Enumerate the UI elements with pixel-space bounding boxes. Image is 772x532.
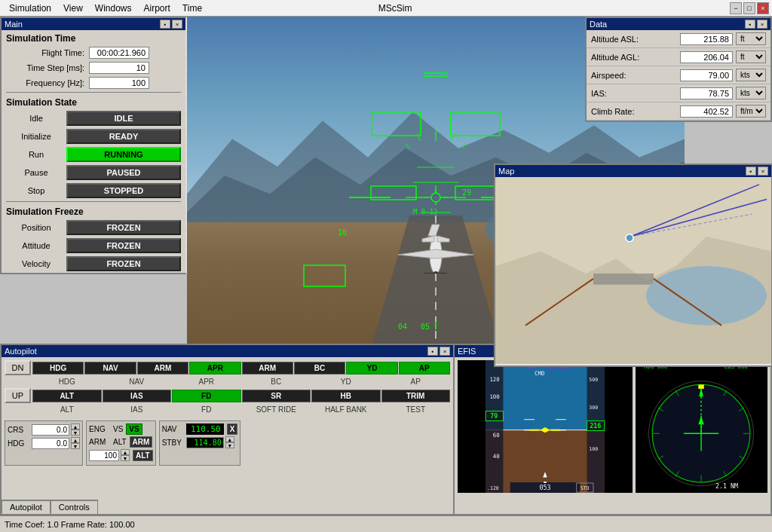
svg-text:216: 216 [590,422,601,430]
frequency-label: Frequency [Hz]: [6,78,89,87]
map-window: Map ▪ × [494,164,772,367]
altitude-agl-unit[interactable]: ftm [736,50,766,63]
svg-text:300: 300 [589,405,598,411]
fd-label: FD [172,405,241,414]
position-freeze-button[interactable]: FROZEN [66,220,181,235]
simulation-freeze-title: Simulation Freeze [2,203,185,219]
hb-top-button[interactable]: HB [311,390,381,402]
bc-top-button[interactable]: BC [294,362,345,375]
map-close[interactable]: × [758,167,768,176]
trim-top-button[interactable]: TRIM [381,390,451,402]
data-panel-close[interactable]: × [757,20,767,29]
altitude-asl-unit[interactable]: ftm [736,32,766,45]
altitude-asl-label: Altitude ASL: [591,35,680,44]
svg-text:STD: STD [581,485,590,491]
climb-rate-unit[interactable]: ft/minm/s [736,105,766,118]
apr-arm-button[interactable]: ARM [137,362,188,375]
svg-text:04: 04 [398,323,407,331]
stby-down-button[interactable]: ▼ [225,442,234,448]
ap-top-button[interactable]: AP [399,362,450,375]
svg-text:79: 79 [490,412,498,420]
data-panel-restore[interactable]: ▪ [745,20,755,29]
controls-tab[interactable]: Controls [51,500,98,514]
autopilot-restore[interactable]: ▪ [427,347,438,356]
airspeed-label: Airspeed: [591,71,680,80]
pfd-display: 120 100 79 60 40 79 500 300 216 100 216 [458,360,633,493]
vs-down-button[interactable]: ▼ [121,455,130,461]
ap-up-button[interactable]: UP [5,388,31,403]
fd-top-button[interactable]: FD [172,390,241,402]
close-button[interactable]: × [757,2,769,14]
arm-button[interactable]: ARM [130,436,153,448]
main-panel-restore[interactable]: ▪ [160,20,170,29]
menu-view[interactable]: View [57,2,89,15]
velocity-freeze-button[interactable]: FROZEN [66,256,181,271]
pause-button[interactable]: PAUSED [66,165,181,180]
svg-text:CMD: CMD [535,370,544,377]
apr-arm2-button[interactable]: ARM [242,362,293,375]
half-bank-label: HALF BANK [311,405,381,414]
crs-down-button[interactable]: ▼ [71,430,80,436]
alt-ctrl-button[interactable]: ALT [133,450,153,461]
svg-rect-47 [593,274,654,285]
alt-top-button[interactable]: ALT [32,390,102,402]
autopilot-title: Autopilot [5,347,37,356]
autopilot-tab[interactable]: Autopilot [2,500,51,514]
hdg-input[interactable] [32,438,69,449]
attitude-freeze-button[interactable]: FROZEN [66,238,181,253]
vs-button[interactable]: VS [126,423,142,435]
autopilot-close[interactable]: × [440,347,450,356]
stby-up-button[interactable]: ▲ [225,436,234,442]
nd-display: HDG 000 CBS 000 N [636,360,767,493]
arm-ctrl-label: ARM [89,438,112,446]
initialize-button[interactable]: READY [66,129,181,144]
map-restore[interactable]: ▪ [746,167,756,176]
climb-rate-label: Climb Rate: [591,107,680,116]
sr-top-button[interactable]: SR [242,390,311,402]
test-label: TEST [381,405,451,414]
hdg-ctrl-label: HDG [8,439,30,448]
hdg-down-button[interactable]: ▼ [71,443,80,449]
nav-x-button[interactable]: X [227,423,238,435]
apr-top-button[interactable]: APR [189,362,240,375]
airspeed-unit[interactable]: ktsmph [736,69,766,81]
maximize-button[interactable]: □ [743,2,755,14]
altitude-agl-value: 206.04 [680,51,733,63]
vs-up-button[interactable]: ▲ [121,449,130,455]
minimize-button[interactable]: − [730,2,742,14]
crs-up-button[interactable]: ▲ [71,423,80,430]
yd-label: YD [311,377,381,387]
position-label: Position [6,223,66,232]
ap-label: AP [381,377,451,387]
hdg-up-button[interactable]: ▲ [71,437,80,443]
svg-text:05: 05 [421,323,430,331]
menu-airport[interactable]: Airport [138,2,176,15]
vs-value-input[interactable] [89,450,119,461]
ias-value: 78.75 [680,87,733,99]
ias-top-button[interactable]: IAS [103,390,172,402]
main-panel-close[interactable]: × [172,20,182,29]
svg-rect-41 [372,113,421,136]
stop-button[interactable]: STOPPED [66,183,181,198]
nav-top-button[interactable]: NAV [84,362,136,375]
map-title: Map [498,167,514,176]
ap-dn-button[interactable]: DN [5,360,31,375]
ias-unit[interactable]: ktsmph [736,87,766,99]
altitude-asl-value: 215.88 [680,33,733,45]
yd-top-button[interactable]: YD [346,362,397,375]
stby-input[interactable] [186,437,224,448]
menu-simulation[interactable]: Simulation [3,2,57,15]
hdg-top-button[interactable]: HDG [32,362,84,375]
crs-input[interactable] [32,424,69,436]
simulation-state-title: Simulation State [2,94,185,109]
pause-label: Pause [6,168,66,177]
svg-text:10: 10 [338,228,347,237]
menu-windows[interactable]: Windows [89,2,138,15]
main-panel: Main ▪ × Simulation Time Flight Time: 00… [0,17,187,274]
nav-label: NAV [103,377,172,387]
apr-label: APR [172,377,241,387]
nav-ctrl-label: NAV [162,425,185,433]
menu-time[interactable]: Time [176,2,208,15]
idle-button[interactable]: IDLE [66,111,181,126]
run-button[interactable]: RUNNING [66,147,181,162]
